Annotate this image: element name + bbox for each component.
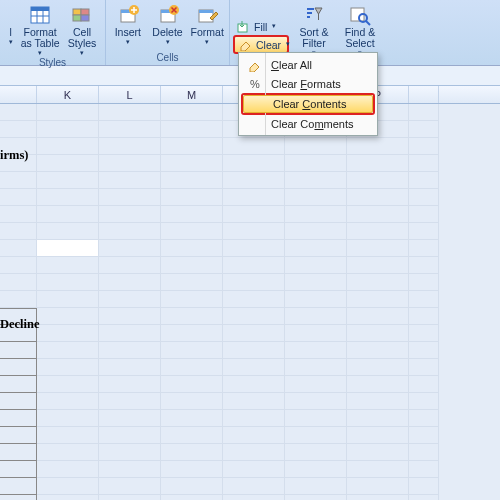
cell[interactable]	[161, 240, 223, 257]
cell[interactable]	[223, 172, 285, 189]
clear-all-item[interactable]: Clear All	[241, 55, 375, 75]
cell[interactable]	[285, 223, 347, 240]
cell[interactable]	[99, 274, 161, 291]
cell[interactable]	[99, 359, 161, 376]
cell[interactable]	[37, 291, 99, 308]
fill-button[interactable]: Fill ▾	[233, 19, 289, 34]
cell[interactable]	[285, 291, 347, 308]
cell[interactable]	[409, 274, 439, 291]
cell[interactable]	[409, 121, 439, 138]
cell[interactable]	[161, 478, 223, 495]
cell[interactable]	[223, 189, 285, 206]
cell[interactable]	[37, 172, 99, 189]
cell[interactable]	[37, 478, 99, 495]
cell[interactable]	[347, 410, 409, 427]
cell[interactable]	[37, 104, 99, 121]
sort-filter-button[interactable]: Sort & Filter ▾	[293, 2, 335, 56]
cell[interactable]	[99, 138, 161, 155]
cell[interactable]	[99, 342, 161, 359]
cell-styles-button[interactable]: Cell Styles ▾	[62, 2, 102, 56]
cell[interactable]	[99, 223, 161, 240]
cell[interactable]	[285, 257, 347, 274]
cell[interactable]	[223, 342, 285, 359]
cell[interactable]	[409, 206, 439, 223]
cell[interactable]	[37, 257, 99, 274]
cell[interactable]	[409, 478, 439, 495]
cell[interactable]	[223, 206, 285, 223]
cell[interactable]	[37, 325, 99, 342]
column-header[interactable]: M	[161, 86, 223, 103]
cell[interactable]	[285, 189, 347, 206]
cell[interactable]	[99, 121, 161, 138]
spreadsheet-grid[interactable]: irms) Decline	[0, 104, 500, 500]
cell[interactable]	[0, 172, 37, 189]
cell[interactable]	[347, 257, 409, 274]
cell[interactable]	[347, 189, 409, 206]
cell[interactable]	[347, 206, 409, 223]
cell[interactable]	[0, 495, 37, 500]
cell[interactable]	[409, 155, 439, 172]
cell[interactable]	[99, 206, 161, 223]
cell[interactable]	[37, 461, 99, 478]
cell[interactable]	[347, 359, 409, 376]
cell[interactable]	[161, 155, 223, 172]
cell[interactable]	[285, 427, 347, 444]
cell[interactable]	[161, 104, 223, 121]
cell[interactable]	[37, 427, 99, 444]
cell[interactable]	[161, 410, 223, 427]
column-header[interactable]: K	[37, 86, 99, 103]
cell[interactable]	[223, 138, 285, 155]
cell[interactable]	[37, 155, 99, 172]
cell[interactable]	[285, 376, 347, 393]
cell[interactable]	[223, 393, 285, 410]
cell[interactable]	[161, 342, 223, 359]
cell[interactable]	[347, 376, 409, 393]
cell[interactable]	[347, 308, 409, 325]
cell[interactable]	[347, 393, 409, 410]
cell[interactable]	[99, 495, 161, 500]
cell[interactable]	[285, 138, 347, 155]
cell[interactable]	[0, 189, 37, 206]
cell[interactable]	[347, 223, 409, 240]
cell[interactable]	[0, 478, 37, 495]
cell[interactable]	[161, 359, 223, 376]
cell[interactable]	[0, 376, 37, 393]
column-header[interactable]	[409, 86, 439, 103]
cell[interactable]	[0, 138, 37, 155]
cell[interactable]	[347, 325, 409, 342]
cell[interactable]	[223, 325, 285, 342]
cell[interactable]	[409, 495, 439, 500]
cell[interactable]	[0, 342, 37, 359]
cell[interactable]	[0, 104, 37, 121]
cell[interactable]	[347, 138, 409, 155]
cell[interactable]	[285, 274, 347, 291]
cell[interactable]	[161, 291, 223, 308]
format-as-table-button[interactable]: Format as Table ▾	[20, 2, 60, 56]
cell[interactable]	[37, 206, 99, 223]
cell[interactable]	[285, 478, 347, 495]
cell[interactable]	[0, 359, 37, 376]
cell[interactable]	[37, 342, 99, 359]
cell[interactable]	[347, 291, 409, 308]
cell[interactable]	[409, 138, 439, 155]
cell[interactable]	[347, 155, 409, 172]
cell[interactable]	[0, 257, 37, 274]
cell[interactable]	[223, 478, 285, 495]
cell[interactable]	[223, 495, 285, 500]
cell[interactable]	[223, 410, 285, 427]
cell[interactable]	[161, 189, 223, 206]
cell[interactable]	[285, 240, 347, 257]
cell[interactable]	[285, 342, 347, 359]
cell[interactable]	[161, 308, 223, 325]
cell[interactable]	[99, 376, 161, 393]
cell[interactable]	[409, 240, 439, 257]
cell[interactable]	[223, 427, 285, 444]
cell[interactable]	[223, 257, 285, 274]
cell[interactable]	[409, 376, 439, 393]
cell[interactable]	[347, 274, 409, 291]
cell[interactable]	[99, 427, 161, 444]
cell[interactable]	[99, 291, 161, 308]
cell[interactable]	[409, 257, 439, 274]
cell[interactable]	[0, 308, 37, 325]
cell[interactable]	[99, 461, 161, 478]
